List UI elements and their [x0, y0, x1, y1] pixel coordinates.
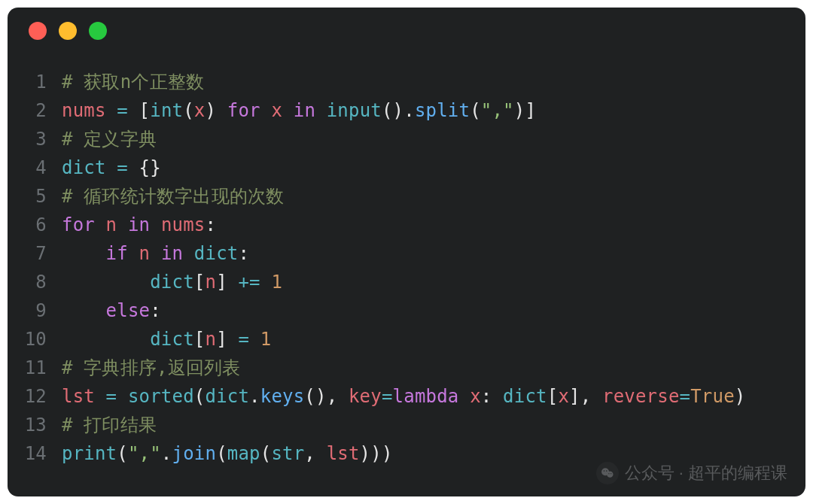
- token: # 定义字典: [62, 129, 157, 150]
- token: [106, 100, 117, 121]
- token: x: [470, 386, 481, 407]
- token: x: [194, 100, 206, 121]
- token: ))): [360, 443, 393, 464]
- token: # 循环统计数字出现的次数: [62, 186, 285, 207]
- token: [: [128, 100, 150, 121]
- token: {}: [128, 157, 161, 178]
- token: True: [690, 386, 735, 407]
- line-number: 14: [23, 439, 62, 468]
- code-content: # 定义字典: [62, 125, 157, 153]
- token: ): [206, 100, 227, 121]
- token: for: [227, 100, 260, 121]
- code-line: 1# 获取n个正整数: [23, 68, 784, 96]
- line-number: 3: [23, 125, 62, 153]
- token: +=: [238, 272, 260, 293]
- token: split: [415, 100, 470, 121]
- token: str: [271, 443, 304, 464]
- token: .: [249, 386, 260, 407]
- token: key: [349, 386, 382, 407]
- token: [128, 243, 139, 264]
- token: x: [271, 100, 282, 121]
- token: # 字典排序,返回列表: [62, 357, 241, 378]
- token: (: [183, 100, 194, 121]
- minimize-icon[interactable]: [59, 22, 77, 40]
- token: lambda: [393, 386, 459, 407]
- code-line: 6for n in nums:: [23, 211, 784, 239]
- token: [62, 300, 106, 321]
- token: (: [194, 386, 206, 407]
- zoom-icon[interactable]: [89, 22, 107, 40]
- code-content: # 循环统计数字出现的次数: [62, 182, 285, 211]
- token: (),: [304, 386, 349, 407]
- token: ]: [216, 272, 238, 293]
- token: [458, 386, 470, 407]
- svg-point-5: [611, 473, 611, 474]
- token: =: [238, 329, 249, 350]
- token: [282, 100, 294, 121]
- line-number: 5: [23, 182, 62, 211]
- token: [62, 329, 150, 350]
- token: (: [216, 443, 227, 464]
- token: x: [558, 386, 569, 407]
- token: # 打印结果: [62, 414, 157, 436]
- token: [95, 386, 106, 407]
- close-icon[interactable]: [29, 22, 47, 40]
- token: ",": [128, 443, 161, 464]
- token: 1: [260, 329, 272, 350]
- line-number: 1: [23, 68, 62, 96]
- line-number: 8: [23, 268, 62, 296]
- code-line: 8 dict[n] += 1: [23, 268, 784, 296]
- token: nums: [161, 214, 206, 235]
- watermark-text: 公众号 · 超平的编程课: [625, 462, 787, 484]
- token: ,: [304, 443, 326, 464]
- token: [117, 214, 128, 235]
- token: [150, 243, 161, 264]
- token: )]: [514, 100, 536, 121]
- token: ): [735, 386, 746, 407]
- token: [260, 100, 272, 121]
- token: in: [294, 100, 315, 121]
- code-content: print(",".join(map(str, lst))): [62, 439, 393, 468]
- line-number: 10: [23, 325, 62, 354]
- token: n: [205, 329, 216, 350]
- token: map: [227, 443, 260, 464]
- token: ().: [382, 100, 415, 121]
- code-window: 1# 获取n个正整数2nums = [int(x) for x in input…: [8, 8, 805, 496]
- token: :: [206, 214, 217, 235]
- token: dict: [194, 243, 239, 264]
- token: [62, 243, 106, 264]
- code-content: if n in dict:: [62, 239, 249, 268]
- token: [: [194, 329, 206, 350]
- token: sorted: [128, 386, 194, 407]
- token: lst: [327, 443, 360, 464]
- token: =: [117, 157, 128, 178]
- token: n: [205, 272, 216, 293]
- line-number: 4: [23, 153, 62, 182]
- code-content: for n in nums:: [62, 211, 216, 239]
- token: n: [106, 214, 117, 235]
- line-number: 12: [23, 382, 62, 411]
- code-content: # 打印结果: [62, 411, 157, 439]
- token: nums: [62, 100, 106, 121]
- code-line: 7 if n in dict:: [23, 239, 784, 268]
- token: dict: [62, 157, 106, 178]
- code-editor: 1# 获取n个正整数2nums = [int(x) for x in input…: [8, 54, 805, 468]
- line-number: 2: [23, 96, 62, 125]
- token: in: [161, 243, 183, 264]
- line-number: 13: [23, 411, 62, 439]
- code-content: else:: [62, 296, 161, 325]
- token: [62, 272, 150, 293]
- wechat-icon-svg: [600, 466, 615, 481]
- line-number: 7: [23, 239, 62, 268]
- code-line: 11# 字典排序,返回列表: [23, 354, 784, 382]
- code-content: nums = [int(x) for x in input().split(",…: [62, 96, 536, 125]
- token: # 获取n个正整数: [62, 71, 204, 93]
- token: dict: [150, 329, 194, 350]
- code-content: dict[n] += 1: [62, 268, 282, 296]
- token: =: [106, 386, 117, 407]
- code-content: dict = {}: [62, 153, 161, 182]
- code-line: 12lst = sorted(dict.keys(), key=lambda x…: [23, 382, 784, 411]
- code-line: 2nums = [int(x) for x in input().split("…: [23, 96, 784, 125]
- code-line: 5# 循环统计数字出现的次数: [23, 182, 784, 211]
- token: in: [128, 214, 150, 235]
